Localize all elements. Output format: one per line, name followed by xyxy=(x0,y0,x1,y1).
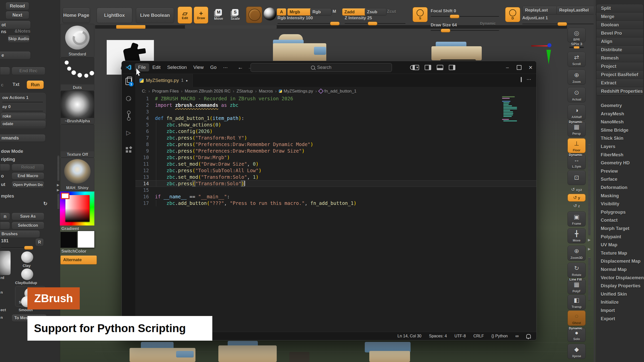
minimap[interactable] xyxy=(502,96,517,122)
brush-tile-alpha[interactable]: ~BrushAlpha xyxy=(60,91,94,124)
scroll-arrow-icon[interactable]: ▶ xyxy=(57,188,59,192)
adjust-last-handle[interactable] xyxy=(557,22,567,26)
tool-menu-item-distribute[interactable]: Distribute xyxy=(596,46,643,54)
tool-menu-item-fibermesh[interactable]: FiberMesh xyxy=(601,151,623,159)
tool-menu-item-bevel-pro[interactable]: Bevel Pro xyxy=(596,29,643,37)
strip-button-frame[interactable]: ▣Frame xyxy=(568,211,586,227)
strip-button-move[interactable]: ╋Move xyxy=(568,228,586,243)
tool-menu-item-redshift-properties[interactable]: Redshift Properties xyxy=(596,87,643,95)
code-line-6[interactable]: 6 zbc.config(2026) xyxy=(135,128,536,134)
brush-tile-mah[interactable]: MAH_Shiny xyxy=(60,158,94,191)
live-boolean-button[interactable]: Live Boolean xyxy=(136,8,174,23)
breadcrumb-item[interactable]: MyZSettings.py xyxy=(279,89,313,94)
edit-button[interactable]: ▱ Edit xyxy=(178,7,192,24)
dynamic-label[interactable]: Dynamic xyxy=(480,21,496,25)
focal-shift-handle[interactable] xyxy=(450,15,459,18)
move-button[interactable]: M Move xyxy=(211,7,226,23)
strip-button-solo[interactable]: Dynamic●Solo xyxy=(568,328,586,342)
zadd-toggle[interactable]: Zadd xyxy=(342,8,366,16)
brush-tile-standard[interactable]: Standard xyxy=(60,24,94,57)
code-line-14[interactable]: 14 zbc.press("Transform:Solo") xyxy=(135,180,536,187)
split-editor-right-icon[interactable] xyxy=(521,77,522,82)
material-sphere-button[interactable] xyxy=(264,8,276,20)
strip-button-zoom3d[interactable]: ⊕Zoom3D xyxy=(568,246,586,261)
scroll-arrow-icon[interactable]: ▶ xyxy=(588,238,591,242)
m-toggle[interactable]: M xyxy=(333,9,336,14)
adjust-settings-button[interactable]: D xyxy=(505,7,520,22)
strip-button-actual[interactable]: ⊙Actual xyxy=(568,87,586,102)
tool-menu-item-extract[interactable]: Extract xyxy=(596,79,643,87)
tool-menu-item-remesh[interactable]: Remesh xyxy=(596,54,643,62)
reload-script-button[interactable]: Reload xyxy=(12,164,44,171)
vscode-titlebar[interactable]: File Edit Selection View Go ⋯ ← → Search… xyxy=(122,61,536,74)
code-line-9[interactable]: 9 zbc.press("Preferences:Draw:Remember D… xyxy=(135,148,536,154)
code-line-12[interactable]: 12 zbc.press("Tool:SubTool:All Low") xyxy=(135,167,536,174)
tool-menu-item-polypaint[interactable]: Polypaint xyxy=(601,233,621,241)
refresh-icon[interactable]: ↻ xyxy=(43,201,48,207)
draw-size-handle[interactable] xyxy=(441,29,450,32)
commands-button[interactable]: nmands xyxy=(0,134,46,142)
spix-slider[interactable] xyxy=(569,47,584,48)
tool-menu-item-deformation[interactable]: Deformation xyxy=(601,184,627,192)
menu-edit[interactable]: Edit xyxy=(149,63,164,71)
zsub-toggle[interactable]: Zsub xyxy=(365,8,386,16)
strip-button-persp[interactable]: Dynamic▦Persp xyxy=(568,121,586,137)
split-editor-icon[interactable] xyxy=(425,65,431,70)
tool-menu-item-masking[interactable]: Masking xyxy=(601,192,619,200)
tool-menu-item-project-basrelief[interactable]: Project BasRelief xyxy=(596,71,643,79)
alternate-button[interactable]: Alternate xyxy=(60,255,97,264)
strip-button-scroll[interactable]: ⇄Scroll xyxy=(568,52,586,67)
tool-menu-item-layers[interactable]: Layers xyxy=(601,143,615,151)
tool-menu-item-uv-map[interactable]: UV Map xyxy=(601,241,617,249)
canvas-scroll-thumb[interactable] xyxy=(185,25,277,29)
strip-button-y[interactable]: ↺y xyxy=(568,194,586,202)
tool-menu-item-arraymesh[interactable]: ArrayMesh xyxy=(601,110,624,118)
minimize-button[interactable]: – xyxy=(502,61,513,74)
tool-menu-item-normal-map[interactable]: Normal Map xyxy=(601,265,627,274)
code-editor[interactable]: 1# ZBRUSH MACRO - Recorded in ZBrush ver… xyxy=(135,95,536,332)
strip-button-xpose[interactable]: ◆Xpose xyxy=(568,344,586,359)
editor-more-actions-icon[interactable]: ⋯ xyxy=(527,76,531,82)
scroll-arrow-icon[interactable]: ▶ xyxy=(57,183,59,187)
draw-button[interactable]: + Draw xyxy=(194,7,208,24)
z-intensity-handle[interactable] xyxy=(368,22,377,25)
toggle-panel-icon[interactable] xyxy=(437,65,443,70)
end-macro-button[interactable]: End Macro xyxy=(12,172,44,179)
tool-menu-item-texture-map[interactable]: Texture Map xyxy=(601,249,627,257)
mrgb-toggle[interactable]: Mrgb xyxy=(287,8,311,16)
strip-button-polyf[interactable]: Line Fill▦PolyF xyxy=(568,279,586,294)
strip-button-xyz[interactable]: ↺xyz xyxy=(568,186,586,193)
breadcrumb[interactable]: C:›Program Files›Maxon ZBrush 2026 RC›ZS… xyxy=(135,87,536,95)
tool-menu-item-nanomesh[interactable]: NanoMesh xyxy=(601,118,624,126)
lightbox-button[interactable]: LightBox xyxy=(97,8,132,23)
code-line-11[interactable]: 11 zbc.set_mod("Draw:Draw Size", 0) xyxy=(135,161,536,167)
size-181-slider-handle[interactable] xyxy=(24,246,33,250)
tool-menu-item-thick-skin[interactable]: Thick Skin xyxy=(601,134,623,143)
tab-myzsettings[interactable]: MyZSettings.py 1 ● xyxy=(135,74,193,87)
strip-button-rotate[interactable]: ↻Rotate xyxy=(568,263,586,278)
code-line-15[interactable]: 15 xyxy=(135,187,536,193)
strip-button-z[interactable]: ↺z xyxy=(568,202,586,210)
code-line-10[interactable]: 10 zbc.press("Draw:Mrgb") xyxy=(135,154,536,161)
tool-menu-item-display-properties[interactable]: Display Properties xyxy=(601,282,640,290)
sculptris-pro-button[interactable] xyxy=(246,7,262,23)
rgb-toggle[interactable]: Rgb xyxy=(310,8,332,16)
save-as-button[interactable]: Save As xyxy=(12,213,44,220)
code-line-3[interactable]: 3 xyxy=(135,108,536,115)
replay-last-button[interactable]: ReplayLast xyxy=(522,6,557,15)
customize-layout-icon[interactable] xyxy=(413,65,419,70)
brush-thumb-claybuildup[interactable] xyxy=(21,268,33,280)
strip-button-zoom[interactable]: ⊕Zoom xyxy=(568,70,586,85)
stub-button[interactable] xyxy=(0,67,10,75)
tool-menu-item-boolean[interactable]: Boolean xyxy=(596,21,643,29)
tool-menu-item-align[interactable]: Align xyxy=(596,37,643,46)
tool-menu-item-visibility[interactable]: Visibility xyxy=(601,200,619,208)
tool-menu-item-initialize[interactable]: Initialize xyxy=(601,298,619,306)
menu-scrollbar[interactable] xyxy=(594,0,595,362)
tool-menu-item-export[interactable]: Export xyxy=(601,315,615,323)
extensions-icon[interactable] xyxy=(122,144,135,155)
menu-selection[interactable]: Selection xyxy=(164,63,190,71)
code-line-17[interactable]: 17 zbc.add_button("???", "Press to run t… xyxy=(135,200,536,206)
r-button[interactable]: R xyxy=(35,238,44,246)
notifications-bell-icon[interactable] xyxy=(526,334,531,338)
